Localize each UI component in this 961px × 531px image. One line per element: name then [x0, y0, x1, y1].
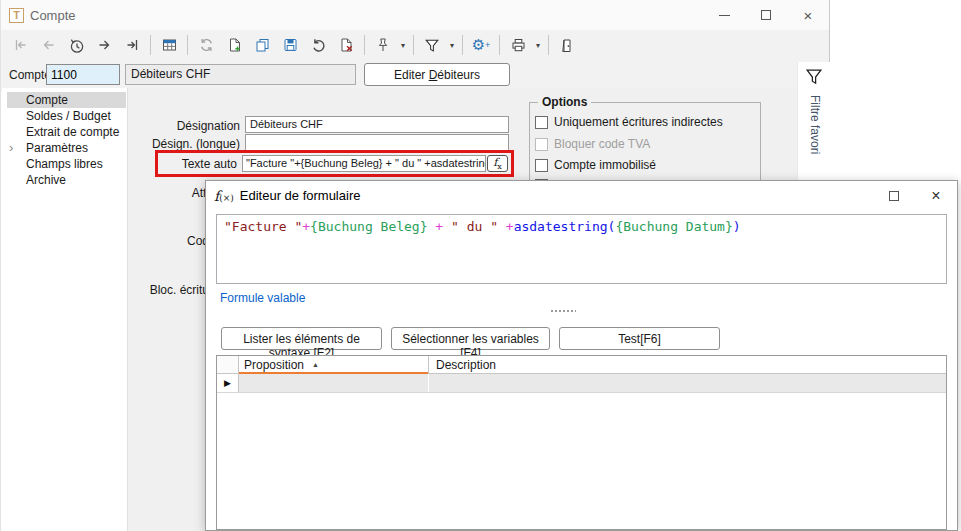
go-first-icon[interactable] — [7, 33, 33, 57]
maximize-button[interactable] — [745, 0, 787, 30]
formula-token: {Buchung Datum} — [615, 219, 732, 234]
list-syntax-button[interactable]: Lister les éléments de syntaxe [F2] — [221, 327, 382, 350]
select-variables-button[interactable]: Sélectionner les variables [F4] — [391, 327, 550, 350]
design-longue-label: Désign. (longue) — [128, 137, 240, 151]
toolbar-separator — [548, 35, 549, 55]
exit-door-icon[interactable] — [554, 33, 580, 57]
table-row[interactable]: ▶ — [217, 374, 946, 393]
refresh-icon[interactable] — [193, 33, 219, 57]
filter-icon — [803, 67, 825, 87]
pin-dropdown-caret[interactable]: ▾ — [398, 41, 408, 50]
window-title: Compte — [30, 8, 76, 23]
chevron-right-icon[interactable]: › — [9, 140, 13, 156]
toolbar-separator — [462, 35, 463, 55]
new-page-icon[interactable] — [221, 33, 247, 57]
bloc-ecritures-label-partial: Bloc. écritu — [128, 283, 209, 297]
checkbox-icon — [535, 138, 548, 151]
cell-proposition[interactable] — [239, 374, 429, 392]
sidebar-item-extrait-de-compte[interactable]: Extrait de compte — [7, 124, 126, 140]
formula-input[interactable]: "Facture "+{Buchung Beleg} + " du " +asd… — [216, 214, 947, 284]
print-dropdown-caret[interactable]: ▾ — [533, 41, 543, 50]
history-icon[interactable] — [63, 33, 89, 57]
row-selector-header — [217, 356, 239, 373]
sidebar: Compte Soldes / Budget Extrait de compte… — [2, 88, 127, 531]
formula-token: + — [498, 219, 514, 234]
go-last-icon[interactable] — [119, 33, 145, 57]
options-group-title: Options — [538, 95, 591, 109]
sort-ascending-icon: ▲ — [312, 361, 319, 368]
sort-underline — [239, 372, 428, 374]
toolbar-separator — [150, 35, 151, 55]
formula-token: {Buchung Beleg} — [310, 219, 427, 234]
dialog-title: Editeur de formulaire — [240, 188, 361, 203]
toolbar-separator — [187, 35, 188, 55]
texte-auto-highlight: Texte auto "Facture "+{Buchung Beleg} + … — [155, 150, 514, 177]
sidebar-item-parametres[interactable]: ›Paramètres — [7, 140, 126, 156]
formula-status-text: Formule valable — [220, 291, 305, 305]
table-icon[interactable] — [156, 33, 182, 57]
formula-token: asdatestring — [514, 219, 608, 234]
cell-description[interactable] — [429, 374, 946, 392]
app-icon: T — [9, 8, 24, 23]
fx-icon: f(×) — [214, 188, 234, 204]
design-longue-field[interactable] — [245, 134, 509, 151]
titlebar: T Compte × — [1, 0, 829, 30]
sidebar-item-champs-libres[interactable]: Champs libres — [7, 156, 126, 172]
dialog-titlebar: f(×) Editeur de formulaire × — [206, 181, 957, 210]
formula-token: ) — [733, 219, 741, 234]
texte-auto-field[interactable]: "Facture "+{Buchung Beleg} + " du " +asd… — [242, 155, 486, 172]
toolbar: ▾ ▾ ⚙+ ▾ — [1, 30, 829, 60]
sidebar-item-compte[interactable]: Compte — [7, 92, 126, 108]
account-number-input[interactable] — [46, 64, 120, 85]
filter-icon[interactable] — [419, 33, 445, 57]
settings-add-icon[interactable]: ⚙+ — [468, 33, 494, 57]
designation-label: Désignation — [128, 119, 240, 133]
go-forward-icon[interactable] — [91, 33, 117, 57]
dialog-maximize-button[interactable] — [873, 181, 915, 210]
test-button[interactable]: Test[F6] — [559, 327, 720, 350]
filtre-favori-label: Filtre favori — [808, 95, 822, 154]
sidebar-item-archive[interactable]: Archive — [7, 172, 126, 188]
checkbox-compte-immobilise[interactable]: Compte immobilisé — [535, 158, 656, 172]
attributs-label-partial: Atti — [128, 186, 209, 200]
formula-token: + — [302, 219, 310, 234]
toolbar-separator — [364, 35, 365, 55]
formula-token: " du " — [451, 219, 498, 234]
checkbox-icon[interactable] — [535, 159, 548, 172]
current-row-indicator[interactable]: ▶ — [217, 374, 239, 392]
proposition-table: Proposition▲ Description ▶ — [216, 355, 947, 530]
undo-icon[interactable] — [305, 33, 331, 57]
pin-icon[interactable] — [370, 33, 396, 57]
code-label-partial: Cod — [128, 234, 209, 248]
account-label: Compte — [9, 68, 51, 82]
designation-field[interactable]: Débiteurs CHF — [245, 116, 509, 133]
sidebar-item-soldes-budget[interactable]: Soldes / Budget — [7, 108, 126, 124]
close-button[interactable]: × — [787, 0, 829, 30]
edit-debiteurs-button[interactable]: Editer Débiteurs — [364, 63, 510, 86]
maximize-icon — [889, 191, 899, 201]
copy-icon[interactable] — [249, 33, 275, 57]
splitter-grip[interactable] — [550, 309, 576, 313]
formula-token: + — [428, 219, 451, 234]
go-back-icon[interactable] — [35, 33, 61, 57]
dialog-close-button[interactable]: × — [915, 181, 957, 210]
minimize-button[interactable] — [703, 0, 745, 30]
minimize-icon — [719, 15, 730, 16]
column-header-proposition[interactable]: Proposition▲ — [239, 356, 429, 373]
column-header-description[interactable]: Description — [429, 356, 946, 373]
texte-auto-label: Texte auto — [158, 157, 242, 171]
checkbox-icon[interactable] — [535, 116, 548, 129]
fx-formula-button[interactable]: fx — [487, 155, 508, 172]
save-icon[interactable] — [277, 33, 303, 57]
table-header-row: Proposition▲ Description — [217, 356, 946, 374]
formula-editor-dialog: f(×) Editeur de formulaire × "Facture "+… — [205, 180, 958, 531]
delete-page-icon[interactable] — [333, 33, 359, 57]
checkbox-ecritures-indirectes[interactable]: Uniquement écritures indirectes — [535, 115, 723, 129]
checkbox-bloquer-code-tva: Bloquer code TVA — [535, 137, 650, 151]
toolbar-separator — [499, 35, 500, 55]
account-name-field: Débiteurs CHF — [125, 64, 356, 85]
filter-dropdown-caret[interactable]: ▾ — [447, 41, 457, 50]
print-icon[interactable] — [505, 33, 531, 57]
formula-token: "Facture " — [224, 219, 302, 234]
maximize-icon — [761, 10, 771, 20]
